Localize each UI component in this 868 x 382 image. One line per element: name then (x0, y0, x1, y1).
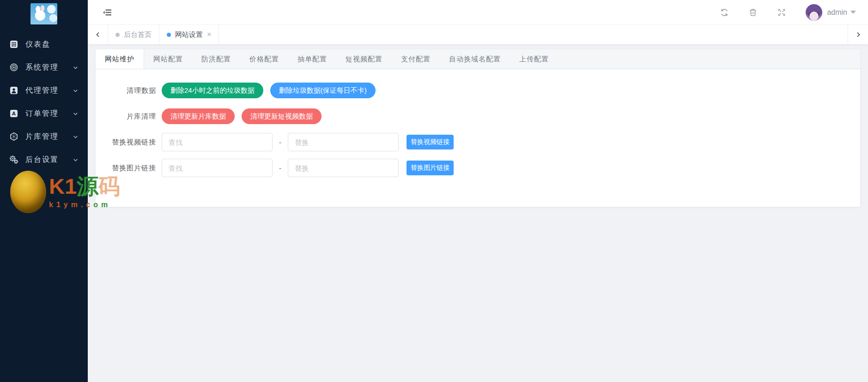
topbar-right: admin (700, 4, 856, 21)
sidebar-item-agent-manage[interactable]: 代理管理 (0, 79, 88, 102)
settings-form: 清理数据 删除24小时之前的垃圾数据 删除垃圾数据(保证每日不卡) 片库清理 清… (96, 69, 860, 207)
delete-garbage-button[interactable]: 删除垃圾数据(保证每日不卡) (270, 83, 376, 98)
library-clean-label: 片库清理 (103, 112, 156, 121)
sidebar-item-label: 仪表盘 (25, 40, 79, 49)
sidebar-item-label: 片库管理 (25, 132, 73, 142)
replace-video-label: 替换视频链接 (103, 138, 156, 147)
sidebar-item-order-manage[interactable]: A 订单管理 (0, 102, 88, 125)
image-find-input[interactable] (162, 159, 273, 177)
refresh-icon[interactable] (720, 8, 729, 17)
tab-short-video-config[interactable]: 短视频配置 (336, 49, 392, 69)
backend-settings-icon (9, 155, 18, 164)
tag-label: 网站设置 (175, 30, 203, 39)
clean-short-video-button[interactable]: 清理更新短视频数据 (242, 108, 322, 124)
user-menu[interactable]: admin (827, 8, 856, 17)
sidebar-item-backend-settings[interactable]: 后台设置 (0, 148, 88, 171)
clean-data-row: 清理数据 删除24小时之前的垃圾数据 删除垃圾数据(保证每日不卡) (103, 81, 853, 100)
tag-website-settings[interactable]: 网站设置 × (159, 25, 219, 44)
clean-film-library-button[interactable]: 清理更新片库数据 (162, 108, 235, 124)
tab-upload-config[interactable]: 上传配置 (510, 49, 558, 69)
replace-image-link-button[interactable]: 替换图片链接 (407, 161, 454, 175)
library-manage-icon (9, 132, 18, 141)
sidebar-menu: 仪表盘 系统管理 代理管理 (0, 27, 88, 171)
tag-backend-home[interactable]: 后台首页 (108, 25, 159, 44)
tags-scroll-left-icon[interactable] (88, 25, 108, 44)
sidebar-item-label: 代理管理 (25, 86, 73, 96)
order-manage-icon: A (9, 109, 18, 118)
separator-dash: - (279, 164, 281, 172)
settings-card: 网站维护 网站配置 防洪配置 价格配置 抽单配置 短视频配置 支付配置 自动换域… (95, 49, 861, 207)
tag-dot (115, 33, 120, 37)
video-find-input[interactable] (162, 133, 273, 151)
caret-down-icon (850, 11, 856, 14)
chevron-down-icon (73, 111, 79, 117)
agent-manage-icon (9, 86, 18, 95)
separator-dash: - (279, 138, 281, 146)
bunny-logo-image (30, 3, 57, 24)
sidebar-item-library-manage[interactable]: 片库管理 (0, 125, 88, 148)
sidebar-item-label: 订单管理 (25, 109, 73, 119)
username: admin (827, 8, 847, 17)
chevron-down-icon (73, 157, 79, 163)
chevron-down-icon (73, 65, 79, 71)
tagbar: 后台首页 网站设置 × (88, 24, 868, 44)
menu-fold-icon[interactable] (103, 7, 113, 18)
system-manage-icon (9, 63, 18, 72)
replace-video-link-button[interactable]: 替换视频链接 (407, 135, 454, 149)
main-column: admin 后台首页 网站设置 × (88, 0, 868, 382)
sidebar-item-dashboard[interactable]: 仪表盘 (0, 33, 88, 56)
content-area: 网站维护 网站配置 防洪配置 价格配置 抽单配置 短视频配置 支付配置 自动换域… (88, 44, 868, 382)
video-replace-input[interactable] (288, 133, 399, 151)
tag-dot (167, 33, 171, 37)
sidebar-item-system-manage[interactable]: 系统管理 (0, 56, 88, 79)
tab-payment-config[interactable]: 支付配置 (392, 49, 440, 69)
image-replace-input[interactable] (288, 159, 399, 177)
tag-label: 后台首页 (124, 30, 152, 39)
tab-site-maintenance[interactable]: 网站维护 (96, 49, 144, 69)
tags-scroll-right-icon[interactable] (848, 25, 868, 44)
topbar: admin (88, 0, 868, 24)
library-clean-row: 片库清理 清理更新片库数据 清理更新短视频数据 (103, 107, 853, 125)
sidebar-item-label: 系统管理 (25, 63, 73, 72)
replace-image-row: 替换图片链接 - 替换图片链接 (103, 159, 853, 177)
tab-flood-config[interactable]: 防洪配置 (192, 49, 240, 69)
replace-image-label: 替换图片链接 (103, 164, 156, 173)
sidebar-item-label: 后台设置 (25, 155, 73, 165)
settings-tabs: 网站维护 网站配置 防洪配置 价格配置 抽单配置 短视频配置 支付配置 自动换域… (96, 49, 860, 69)
fullscreen-icon[interactable] (777, 8, 786, 17)
replace-video-row: 替换视频链接 - 替换视频链接 (103, 133, 853, 151)
tab-site-config[interactable]: 网站配置 (144, 49, 192, 69)
close-icon[interactable]: × (207, 31, 211, 38)
tab-draw-config[interactable]: 抽单配置 (288, 49, 336, 69)
delete-old-garbage-button[interactable]: 删除24小时之前的垃圾数据 (162, 83, 263, 98)
admin-app: 仪表盘 系统管理 代理管理 (0, 0, 868, 382)
clean-data-label: 清理数据 (103, 86, 156, 95)
user-avatar[interactable] (806, 4, 822, 21)
trash-icon[interactable] (748, 8, 758, 17)
dashboard-icon (9, 40, 18, 49)
tab-price-config[interactable]: 价格配置 (240, 49, 288, 69)
svg-text:A: A (12, 111, 16, 116)
sidebar: 仪表盘 系统管理 代理管理 (0, 0, 88, 382)
chevron-down-icon (73, 134, 79, 140)
tab-auto-domain-config[interactable]: 自动换域名配置 (440, 49, 510, 69)
sidebar-logo (0, 0, 88, 27)
chevron-down-icon (73, 88, 79, 94)
